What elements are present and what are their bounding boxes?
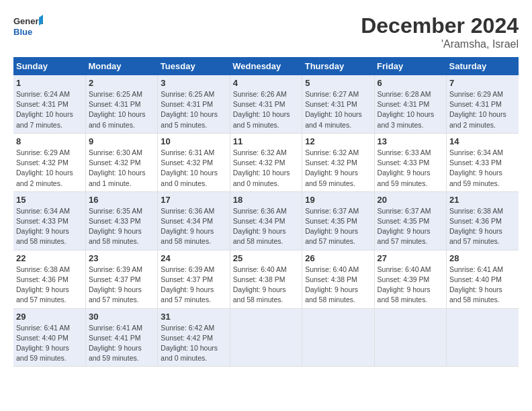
day-number: 15 [16, 195, 83, 205]
day-number: 7 [449, 78, 516, 88]
day-number: 26 [305, 253, 371, 263]
day-detail: Sunrise: 6:40 AMSunset: 4:38 PMDaylight:… [233, 265, 299, 306]
day-detail: Sunrise: 6:36 AMSunset: 4:34 PMDaylight:… [233, 206, 299, 247]
week-row-1: 1Sunrise: 6:24 AMSunset: 4:31 PMDaylight… [13, 75, 519, 133]
day-number: 5 [305, 78, 371, 88]
calendar-cell: 16Sunrise: 6:35 AMSunset: 4:33 PMDayligh… [85, 191, 157, 250]
week-row-5: 29Sunrise: 6:41 AMSunset: 4:40 PMDayligh… [13, 308, 519, 367]
day-number: 10 [161, 136, 226, 146]
col-header-tuesday: Tuesday [158, 57, 230, 75]
day-number: 9 [89, 136, 154, 146]
calendar-cell: 27Sunrise: 6:40 AMSunset: 4:39 PMDayligh… [374, 250, 446, 308]
day-number: 8 [16, 136, 83, 146]
day-number: 13 [378, 136, 443, 146]
day-number: 20 [378, 195, 443, 205]
day-number: 28 [449, 253, 516, 263]
day-detail: Sunrise: 6:31 AMSunset: 4:32 PMDaylight:… [161, 148, 226, 189]
calendar-cell: 10Sunrise: 6:31 AMSunset: 4:32 PMDayligh… [158, 133, 230, 191]
header-row: SundayMondayTuesdayWednesdayThursdayFrid… [13, 57, 519, 75]
calendar-cell: 6Sunrise: 6:28 AMSunset: 4:31 PMDaylight… [374, 75, 446, 133]
calendar-cell: 24Sunrise: 6:39 AMSunset: 4:37 PMDayligh… [158, 250, 230, 308]
day-number: 14 [449, 136, 516, 146]
calendar-cell: 19Sunrise: 6:37 AMSunset: 4:35 PMDayligh… [302, 191, 374, 250]
day-detail: Sunrise: 6:29 AMSunset: 4:32 PMDaylight:… [16, 148, 83, 189]
page-subtitle: 'Aramsha, Israel [361, 38, 519, 50]
calendar-cell: 18Sunrise: 6:36 AMSunset: 4:34 PMDayligh… [230, 191, 302, 250]
day-detail: Sunrise: 6:35 AMSunset: 4:33 PMDaylight:… [89, 206, 154, 247]
day-number: 31 [161, 312, 226, 322]
calendar-cell: 11Sunrise: 6:32 AMSunset: 4:32 PMDayligh… [230, 133, 302, 191]
calendar-cell: 13Sunrise: 6:33 AMSunset: 4:33 PMDayligh… [374, 133, 446, 191]
col-header-sunday: Sunday [13, 57, 85, 75]
calendar-cell: 12Sunrise: 6:32 AMSunset: 4:32 PMDayligh… [302, 133, 374, 191]
day-number: 21 [449, 195, 516, 205]
page-title: December 2024 [361, 13, 519, 38]
calendar-cell: 3Sunrise: 6:25 AMSunset: 4:31 PMDaylight… [158, 75, 230, 133]
calendar-cell: 4Sunrise: 6:26 AMSunset: 4:31 PMDaylight… [230, 75, 302, 133]
day-detail: Sunrise: 6:41 AMSunset: 4:40 PMDaylight:… [16, 323, 83, 364]
day-detail: Sunrise: 6:34 AMSunset: 4:33 PMDaylight:… [16, 206, 83, 247]
week-row-4: 22Sunrise: 6:38 AMSunset: 4:36 PMDayligh… [13, 250, 519, 308]
calendar-cell: 14Sunrise: 6:34 AMSunset: 4:33 PMDayligh… [447, 133, 519, 191]
day-detail: Sunrise: 6:29 AMSunset: 4:31 PMDaylight:… [449, 89, 516, 130]
calendar-cell: 30Sunrise: 6:41 AMSunset: 4:41 PMDayligh… [85, 308, 157, 367]
calendar-cell: 5Sunrise: 6:27 AMSunset: 4:31 PMDaylight… [302, 75, 374, 133]
day-detail: Sunrise: 6:37 AMSunset: 4:35 PMDaylight:… [378, 206, 443, 247]
calendar-cell [230, 308, 302, 367]
day-detail: Sunrise: 6:41 AMSunset: 4:41 PMDaylight:… [89, 323, 154, 364]
logo-container: General Blue [13, 13, 46, 42]
calendar-table: SundayMondayTuesdayWednesdayThursdayFrid… [13, 57, 519, 367]
day-detail: Sunrise: 6:36 AMSunset: 4:34 PMDaylight:… [161, 206, 226, 247]
col-header-thursday: Thursday [302, 57, 374, 75]
day-detail: Sunrise: 6:25 AMSunset: 4:31 PMDaylight:… [89, 89, 154, 130]
day-number: 23 [89, 253, 154, 263]
day-detail: Sunrise: 6:40 AMSunset: 4:39 PMDaylight:… [378, 265, 443, 306]
logo-svg: General Blue [13, 13, 43, 39]
calendar-cell: 1Sunrise: 6:24 AMSunset: 4:31 PMDaylight… [13, 75, 85, 133]
day-number: 24 [161, 253, 226, 263]
day-number: 25 [233, 253, 299, 263]
calendar-cell: 9Sunrise: 6:30 AMSunset: 4:32 PMDaylight… [85, 133, 157, 191]
day-detail: Sunrise: 6:38 AMSunset: 4:36 PMDaylight:… [16, 265, 83, 306]
logo-text-general: General [13, 16, 43, 26]
day-detail: Sunrise: 6:25 AMSunset: 4:31 PMDaylight:… [161, 89, 226, 130]
day-number: 1 [16, 78, 83, 88]
day-detail: Sunrise: 6:39 AMSunset: 4:37 PMDaylight:… [89, 265, 154, 306]
calendar-cell: 25Sunrise: 6:40 AMSunset: 4:38 PMDayligh… [230, 250, 302, 308]
col-header-friday: Friday [374, 57, 446, 75]
day-detail: Sunrise: 6:32 AMSunset: 4:32 PMDaylight:… [305, 148, 371, 189]
day-number: 4 [233, 78, 299, 88]
calendar-cell: 7Sunrise: 6:29 AMSunset: 4:31 PMDaylight… [447, 75, 519, 133]
day-number: 16 [89, 195, 154, 205]
day-number: 18 [233, 195, 299, 205]
calendar-cell [447, 308, 519, 367]
calendar-cell: 29Sunrise: 6:41 AMSunset: 4:40 PMDayligh… [13, 308, 85, 367]
day-detail: Sunrise: 6:30 AMSunset: 4:32 PMDaylight:… [89, 148, 154, 189]
day-detail: Sunrise: 6:34 AMSunset: 4:33 PMDaylight:… [449, 148, 516, 189]
col-header-wednesday: Wednesday [230, 57, 302, 75]
day-number: 22 [16, 253, 83, 263]
week-row-2: 8Sunrise: 6:29 AMSunset: 4:32 PMDaylight… [13, 133, 519, 191]
calendar-cell: 2Sunrise: 6:25 AMSunset: 4:31 PMDaylight… [85, 75, 157, 133]
day-detail: Sunrise: 6:33 AMSunset: 4:33 PMDaylight:… [378, 148, 443, 189]
day-detail: Sunrise: 6:42 AMSunset: 4:42 PMDaylight:… [161, 323, 226, 364]
day-number: 17 [161, 195, 226, 205]
day-number: 3 [161, 78, 226, 88]
day-detail: Sunrise: 6:39 AMSunset: 4:37 PMDaylight:… [161, 265, 226, 306]
calendar-cell: 26Sunrise: 6:40 AMSunset: 4:38 PMDayligh… [302, 250, 374, 308]
day-detail: Sunrise: 6:24 AMSunset: 4:31 PMDaylight:… [16, 89, 83, 130]
page-header: General Blue December 2024 'Aramsha, Isr… [13, 13, 519, 50]
calendar-cell: 17Sunrise: 6:36 AMSunset: 4:34 PMDayligh… [158, 191, 230, 250]
day-detail: Sunrise: 6:40 AMSunset: 4:38 PMDaylight:… [305, 265, 371, 306]
day-detail: Sunrise: 6:27 AMSunset: 4:31 PMDaylight:… [305, 89, 371, 130]
day-number: 19 [305, 195, 371, 205]
week-row-3: 15Sunrise: 6:34 AMSunset: 4:33 PMDayligh… [13, 191, 519, 250]
day-number: 27 [378, 253, 443, 263]
calendar-cell: 23Sunrise: 6:39 AMSunset: 4:37 PMDayligh… [85, 250, 157, 308]
day-detail: Sunrise: 6:26 AMSunset: 4:31 PMDaylight:… [233, 89, 299, 130]
calendar-cell [302, 308, 374, 367]
calendar-cell: 28Sunrise: 6:41 AMSunset: 4:40 PMDayligh… [447, 250, 519, 308]
logo-text-blue: Blue [13, 27, 32, 37]
title-block: December 2024 'Aramsha, Israel [361, 13, 519, 50]
calendar-cell [374, 308, 446, 367]
